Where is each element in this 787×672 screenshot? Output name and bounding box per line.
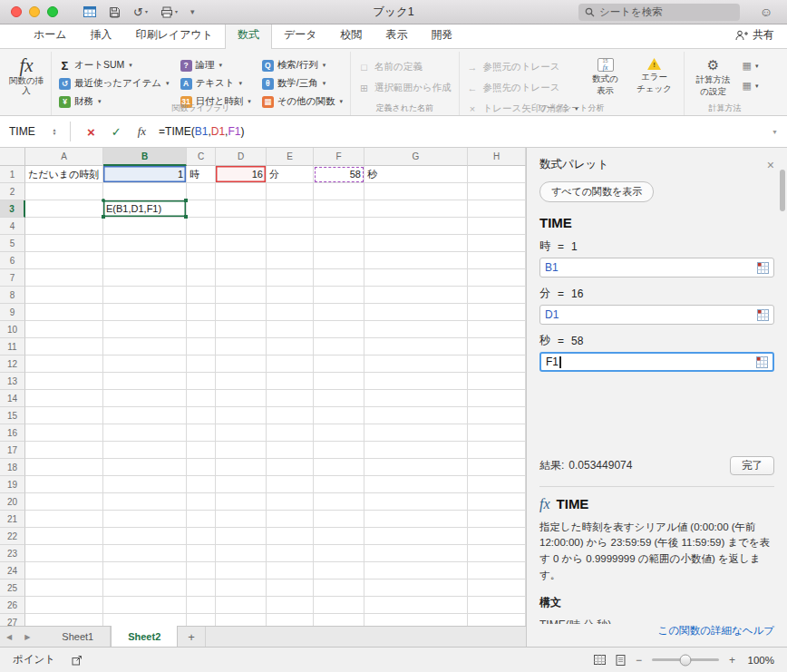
row-header-20[interactable]: 20 [0,493,25,511]
cell-B18[interactable] [103,459,187,476]
cell-H9[interactable] [468,304,526,321]
cell-C22[interactable] [187,528,216,545]
confirm-formula-button[interactable]: ✓ [112,125,121,139]
print-icon[interactable]: ▾ [160,6,178,18]
cell-H5[interactable] [468,235,526,252]
cell-G25[interactable] [364,579,468,597]
cell-F26[interactable] [314,597,364,614]
cell-H10[interactable] [468,321,526,338]
cell-E25[interactable] [267,579,314,597]
cell-D5[interactable] [216,235,267,252]
error-checking-button[interactable]: ! エラー チェック [633,54,676,103]
cell-A3[interactable] [25,200,103,218]
cell-G20[interactable] [364,493,468,511]
cell-D13[interactable] [216,373,267,390]
cell-A21[interactable] [25,511,103,528]
cell-C11[interactable] [187,338,216,355]
cell-D9[interactable] [216,304,267,321]
cell-F7[interactable] [314,269,364,287]
ribbon-logical-button[interactable]: ?論理▾ [180,56,251,74]
cell-E26[interactable] [267,597,314,614]
cell-H1[interactable] [468,166,526,183]
save-icon[interactable] [109,6,121,18]
row-header-12[interactable]: 12 [0,355,25,373]
row-header-26[interactable]: 26 [0,597,25,614]
cell-H21[interactable] [468,511,526,528]
insert-function-fx-button[interactable]: fx [138,124,146,139]
cell-G13[interactable] [364,373,468,390]
cell-A9[interactable] [25,304,103,321]
cell-C17[interactable] [187,442,216,459]
cell-F1[interactable]: 58 [314,166,364,183]
cell-B22[interactable] [103,528,187,545]
cell-C26[interactable] [187,597,216,614]
cell-G10[interactable] [364,321,468,338]
cell-H22[interactable] [468,528,526,545]
row-header-24[interactable]: 24 [0,562,25,579]
cell-B25[interactable] [103,579,187,597]
cell-H15[interactable] [468,407,526,424]
cell-G15[interactable] [364,407,468,424]
cell-D7[interactable] [216,269,267,287]
workbook-grid-icon[interactable] [83,6,96,17]
cell-A2[interactable] [25,183,103,200]
zoom-in-button[interactable]: + [729,655,735,666]
feedback-smiley-icon[interactable]: ☺ [760,5,772,19]
column-header-H[interactable]: H [468,148,526,166]
cell-H16[interactable] [468,424,526,442]
cell-H6[interactable] [468,252,526,269]
cell-A18[interactable] [25,459,103,476]
cell-E24[interactable] [267,562,314,579]
cell-G16[interactable] [364,424,468,442]
cell-A19[interactable] [25,476,103,493]
cell-H12[interactable] [468,355,526,373]
cell-B17[interactable] [103,442,187,459]
cell-E17[interactable] [267,442,314,459]
cell-C12[interactable] [187,355,216,373]
zoom-slider[interactable] [652,658,719,661]
cell-H24[interactable] [468,562,526,579]
calculation-options-button[interactable]: ⚙ 計算方法 の設定 [692,54,735,103]
cell-F3[interactable] [314,200,364,218]
select-all-corner[interactable] [0,148,25,166]
cell-G1[interactable]: 秒 [364,166,468,183]
tab-ホーム[interactable]: ホーム [22,22,79,48]
cell-C2[interactable] [187,183,216,200]
cell-C9[interactable] [187,304,216,321]
cell-H14[interactable] [468,390,526,407]
cell-A15[interactable] [25,407,103,424]
cell-H8[interactable] [468,287,526,304]
ribbon-text-button[interactable]: Aテキスト▾ [180,74,251,93]
row-header-21[interactable]: 21 [0,511,25,528]
share-button[interactable]: 共有 [735,27,774,48]
recalculate-workbook-button[interactable]: ▦▾ [743,61,759,71]
cell-D15[interactable] [216,407,267,424]
cell-B3[interactable]: E(B1,D1,F1) [103,200,187,218]
tab-印刷レイアウト[interactable]: 印刷レイアウト [124,22,225,48]
cell-C15[interactable] [187,407,216,424]
cell-G6[interactable] [364,252,468,269]
cell-A5[interactable] [25,235,103,252]
cell-A26[interactable] [25,597,103,614]
cell-G2[interactable] [364,183,468,200]
cell-D6[interactable] [216,252,267,269]
cell-F9[interactable] [314,304,364,321]
cell-G8[interactable] [364,287,468,304]
cell-B21[interactable] [103,511,187,528]
cell-F10[interactable] [314,321,364,338]
cell-D16[interactable] [216,424,267,442]
cell-D4[interactable] [216,218,267,235]
cell-A23[interactable] [25,545,103,562]
tab-挿入[interactable]: 挿入 [79,22,124,48]
cell-A22[interactable] [25,528,103,545]
cell-D3[interactable] [216,200,267,218]
ribbon-math-trig-button[interactable]: θ数学/三角▾ [262,74,343,93]
cell-E15[interactable] [267,407,314,424]
cell-C24[interactable] [187,562,216,579]
cell-A1[interactable]: ただいまの時刻 [25,166,103,183]
cell-H3[interactable] [468,200,526,218]
cell-C4[interactable] [187,218,216,235]
cell-E10[interactable] [267,321,314,338]
cell-F8[interactable] [314,287,364,304]
cell-G23[interactable] [364,545,468,562]
